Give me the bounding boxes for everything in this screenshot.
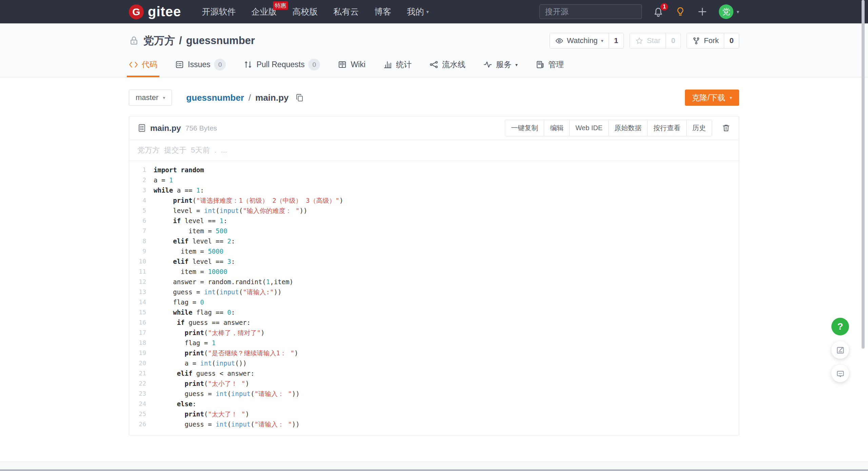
line-number[interactable]: 11 — [129, 267, 146, 277]
repo-name-link[interactable]: guessnumber — [186, 35, 255, 47]
code-text: flag = 1 — [154, 338, 216, 348]
tips-button[interactable] — [675, 6, 686, 17]
line-number[interactable]: 8 — [129, 236, 146, 246]
code-text: flag = 0 — [154, 297, 204, 307]
help-fab-button[interactable]: ? — [831, 318, 849, 335]
breadcrumb-separator: / — [249, 93, 251, 103]
code-line: 24 else: — [129, 399, 739, 409]
commit-message-ellipsis[interactable]: ... — [221, 146, 227, 155]
branch-selector[interactable]: master ▾ — [129, 90, 172, 106]
tab-issues[interactable]: Issues0 — [175, 59, 226, 77]
line-number[interactable]: 21 — [129, 368, 146, 378]
line-number[interactable]: 6 — [129, 216, 146, 226]
tab-pipeline[interactable]: 流水线 — [429, 59, 466, 77]
code-text: while a == 1: — [154, 185, 204, 195]
feedback-fab-button[interactable] — [831, 341, 849, 359]
notifications-button[interactable]: 1 — [653, 6, 664, 17]
line-number[interactable]: 25 — [129, 409, 146, 419]
code-line: 4 print("请选择难度：1（初级） 2（中级） 3（高级）") — [129, 195, 739, 205]
notification-count-badge: 1 — [660, 2, 669, 11]
tab-wiki[interactable]: Wiki — [338, 59, 365, 77]
raw-button[interactable]: 原始数据 — [608, 120, 647, 136]
primary-nav: 开源软件企业版特惠高校版私有云博客我的▾ — [194, 0, 437, 23]
line-number[interactable]: 10 — [129, 256, 146, 267]
nav-link-private-cloud[interactable]: 私有云 — [326, 0, 367, 23]
star-button-group: Star 0 — [630, 33, 681, 48]
line-number[interactable]: 26 — [129, 419, 146, 429]
star-count[interactable]: 0 — [666, 33, 680, 48]
fork-count[interactable]: 0 — [724, 33, 739, 48]
repo-tabs: 代码Issues0Pull Requests0Wiki统计流水线服务▾管理 — [129, 59, 739, 77]
code-viewer: 1import random2a = 13while a == 1:4 prin… — [129, 161, 739, 435]
user-menu[interactable]: 党 ▾ — [719, 4, 739, 19]
nav-right-cluster: 1 党 ▾ — [539, 4, 739, 19]
tab-label: 服务 — [496, 59, 512, 70]
web-ide-button[interactable]: Web IDE — [569, 120, 608, 136]
watch-button-group: Watching ▾ 1 — [550, 33, 624, 48]
code-text: else: — [154, 399, 196, 409]
line-number[interactable]: 13 — [129, 287, 146, 297]
commit-author-link[interactable]: 党万方 — [137, 145, 160, 155]
line-number[interactable]: 7 — [129, 226, 146, 236]
code-text: elif level == 2: — [154, 236, 235, 246]
eye-icon — [555, 37, 564, 45]
line-number[interactable]: 2 — [129, 175, 146, 185]
blame-button[interactable]: 按行查看 — [647, 120, 686, 136]
line-number[interactable]: 23 — [129, 389, 146, 399]
line-number[interactable]: 9 — [129, 246, 146, 256]
watch-button[interactable]: Watching ▾ — [550, 33, 609, 48]
line-number[interactable]: 3 — [129, 185, 146, 195]
lock-icon — [129, 36, 139, 46]
tab-pull-requests[interactable]: Pull Requests0 — [243, 59, 320, 77]
caret-down-icon: ▾ — [601, 38, 604, 43]
tab-code[interactable]: 代码 — [129, 59, 157, 77]
line-number[interactable]: 17 — [129, 328, 146, 338]
line-number[interactable]: 16 — [129, 317, 146, 328]
code-line: 11 item = 10000 — [129, 267, 739, 277]
line-number[interactable]: 15 — [129, 307, 146, 317]
commit-dot: . — [214, 146, 216, 155]
fork-button[interactable]: Fork — [687, 33, 724, 48]
line-number[interactable]: 20 — [129, 358, 146, 368]
top-navigation: G gitee 开源软件企业版特惠高校版私有云博客我的▾ 1 党 ▾ — [0, 0, 868, 23]
clone-download-button[interactable]: 克隆/下载 ▾ — [685, 90, 739, 106]
nav-link-blog[interactable]: 博客 — [367, 0, 399, 23]
nav-link-opensource[interactable]: 开源软件 — [194, 0, 243, 23]
code-line: 15 while flag == 0: — [129, 307, 739, 317]
line-number[interactable]: 24 — [129, 399, 146, 409]
code-text: a = 1 — [154, 175, 173, 185]
line-number[interactable]: 12 — [129, 277, 146, 287]
comment-fab-button[interactable] — [831, 365, 849, 382]
line-number[interactable]: 4 — [129, 195, 146, 205]
scrollbar-thumb[interactable] — [862, 0, 865, 349]
delete-file-icon[interactable] — [722, 123, 731, 133]
star-button[interactable]: Star — [630, 33, 666, 48]
nav-link-mine[interactable]: 我的▾ — [399, 0, 437, 23]
lightbulb-icon — [675, 6, 686, 17]
line-number[interactable]: 5 — [129, 205, 146, 216]
nav-link-enterprise[interactable]: 企业版特惠 — [243, 0, 284, 23]
edit-button[interactable]: 编辑 — [544, 120, 569, 136]
tab-service[interactable]: 服务▾ — [483, 59, 518, 77]
history-button[interactable]: 历史 — [686, 120, 712, 136]
line-number[interactable]: 14 — [129, 297, 146, 307]
code-line: 2a = 1 — [129, 175, 739, 185]
tab-statistics[interactable]: 统计 — [383, 59, 412, 77]
tab-manage[interactable]: 管理 — [535, 59, 564, 77]
line-number[interactable]: 19 — [129, 348, 146, 358]
breadcrumb-repo-link[interactable]: guessnumber — [186, 93, 244, 103]
caret-down-icon: ▾ — [730, 95, 732, 100]
copy-all-button[interactable]: 一键复制 — [505, 120, 544, 136]
repo-owner-link[interactable]: 党万方 — [143, 34, 175, 48]
line-number[interactable]: 22 — [129, 378, 146, 389]
gitee-logo[interactable]: G gitee — [129, 4, 181, 19]
nav-link-education[interactable]: 高校版 — [284, 0, 326, 23]
line-number[interactable]: 18 — [129, 338, 146, 348]
search-input[interactable] — [539, 4, 642, 19]
watch-count[interactable]: 1 — [609, 33, 624, 48]
copy-path-icon[interactable] — [295, 93, 304, 102]
create-new-button[interactable] — [697, 6, 708, 17]
code-line: 7 item = 500 — [129, 226, 739, 236]
code-text: a = int(input()) — [154, 358, 247, 368]
line-number[interactable]: 1 — [129, 165, 146, 175]
